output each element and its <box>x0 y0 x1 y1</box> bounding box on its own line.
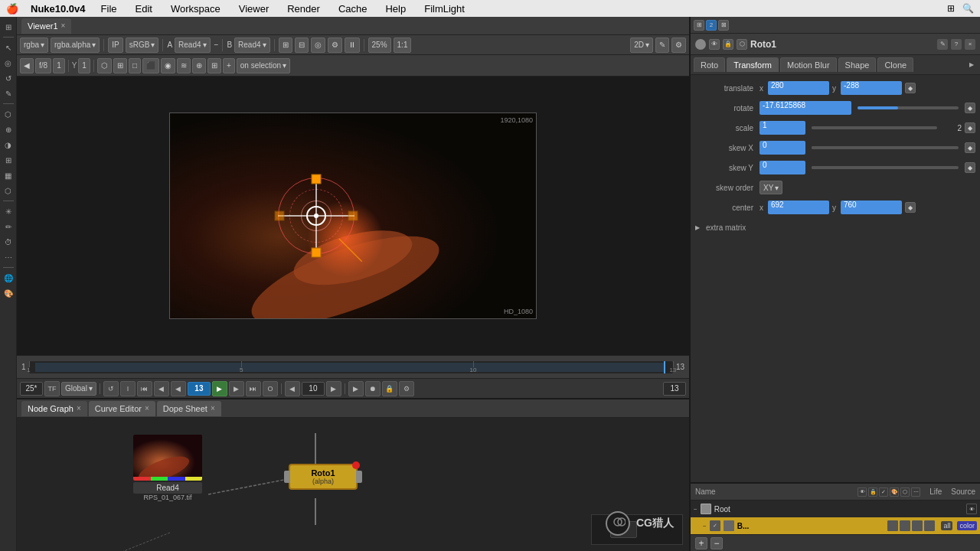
skip-fwd-btn[interactable]: ⏭ <box>246 381 261 396</box>
props-edit-btn[interactable]: ✎ <box>937 39 948 50</box>
tool-rotate[interactable]: ↺ <box>2 71 15 85</box>
tool-particles[interactable]: ✳ <box>2 204 15 218</box>
viewer-icon4[interactable]: ⚙ <box>328 37 342 53</box>
layer-more-btn[interactable]: ⋯ <box>911 487 920 497</box>
viewer-pause[interactable]: ⏸ <box>345 37 360 53</box>
tool-select[interactable]: ⊞ <box>2 20 15 34</box>
tab-node-graph[interactable]: Node Graph × <box>21 401 87 416</box>
view-mode-select[interactable]: 2D ▾ <box>630 37 653 53</box>
menu-render[interactable]: Render <box>284 2 323 16</box>
node-graph[interactable]: Read4 RPS_01_067.tif Roto1 (alpha) <box>17 418 689 551</box>
roto-gizmo[interactable] <box>270 170 362 262</box>
zoom-level[interactable]: 25* <box>20 382 43 396</box>
step-back-btn[interactable]: ◀ <box>154 381 169 396</box>
translate-key-btn[interactable]: ◆ <box>905 83 916 93</box>
b-btn1[interactable] <box>887 520 898 531</box>
center-key-btn[interactable]: ◆ <box>905 202 916 213</box>
out-point-btn[interactable]: O <box>263 381 278 396</box>
tool-icon9[interactable]: + <box>223 58 235 73</box>
on-selection-dropdown[interactable]: on selection ▾ <box>237 58 290 73</box>
frame-num[interactable]: 1 <box>53 58 65 73</box>
tool-3d[interactable]: ⬡ <box>2 184 15 197</box>
skew-x-field[interactable]: 0 <box>760 141 805 155</box>
global-select[interactable]: Global ▾ <box>61 382 96 396</box>
back-btn[interactable]: ◀ <box>171 381 186 396</box>
viewer-canvas-area[interactable]: 1920,1080 HD_1080 <box>17 77 689 355</box>
view-settings[interactable]: ⚙ <box>671 37 686 53</box>
scale-field[interactable]: 1 <box>760 121 805 135</box>
translate-x-field[interactable]: 280 <box>768 81 829 95</box>
tool-draw[interactable]: ✏ <box>2 220 15 233</box>
viewer1-tab[interactable]: Viewer1 × <box>21 18 71 34</box>
fwd-10-btn[interactable]: ▶ <box>326 381 341 396</box>
skew-y-key-btn[interactable]: ◆ <box>965 162 975 173</box>
ip-button[interactable]: IP <box>108 37 122 53</box>
b-btn3[interactable] <box>912 520 923 531</box>
tool-icon1[interactable]: ⬡ <box>97 58 112 73</box>
tab-motion-blur[interactable]: Motion Blur <box>780 57 837 72</box>
props-close-btn[interactable]: × <box>965 39 975 50</box>
a-node-select[interactable]: Read4 ▾ <box>175 37 210 53</box>
tool-merge[interactable]: ⊕ <box>2 122 15 136</box>
skew-x-key-btn[interactable]: ◆ <box>965 142 975 153</box>
translate-y-field[interactable]: -288 <box>841 81 902 95</box>
fwd-btn[interactable]: ▶ <box>229 381 244 396</box>
rotate-slider[interactable] <box>858 106 959 109</box>
b-checkbox[interactable]: ✓ <box>710 520 720 531</box>
remove-layer-btn[interactable]: − <box>710 537 723 549</box>
color-space-select[interactable]: sRGB ▾ <box>126 37 159 53</box>
layer-eye-btn[interactable]: 👁 <box>858 487 867 497</box>
tab-transform[interactable]: Transform <box>727 57 779 72</box>
tool-roto[interactable]: ✎ <box>2 86 15 100</box>
tab-curve-editor[interactable]: Curve Editor × <box>89 401 155 416</box>
props-color-swatch[interactable] <box>695 39 706 50</box>
menu-filmlight[interactable]: FilmLight <box>421 2 468 16</box>
layer-check-btn[interactable]: ✓ <box>879 487 888 497</box>
layer-b-row[interactable]: − ✓ B... all color <box>691 517 980 534</box>
ratio-field[interactable]: 1:1 <box>394 37 412 53</box>
tool-icon6[interactable]: ≋ <box>177 58 191 73</box>
menu-viewer[interactable]: Viewer <box>236 2 273 16</box>
tool-palette[interactable]: 🎨 <box>2 286 15 300</box>
root-eye-btn[interactable]: 👁 <box>966 504 977 514</box>
props-panel-btn2[interactable]: 2 <box>706 20 717 31</box>
tool-color[interactable]: ◑ <box>2 138 15 152</box>
tf-button[interactable]: TF <box>44 381 60 396</box>
skew-y-field[interactable]: 0 <box>760 161 805 174</box>
roto1-node[interactable]: Roto1 (alpha) <box>289 464 358 490</box>
skip-frames-field[interactable]: 10 <box>302 382 325 396</box>
viewer-icon2[interactable]: ⊟ <box>295 37 309 53</box>
tab-dope-sheet[interactable]: Dope Sheet × <box>157 401 221 416</box>
tool-icon3[interactable]: □ <box>129 58 141 73</box>
channel-select[interactable]: rgba ▾ <box>20 37 48 53</box>
settings-btn[interactable]: ⚙ <box>399 381 414 396</box>
viewer-icon3[interactable]: ◎ <box>311 37 325 53</box>
read4-node[interactable]: Read4 RPS_01_067.tif <box>132 433 204 503</box>
props-eye-btn[interactable]: 👁 <box>709 39 720 50</box>
back-10-btn[interactable]: ◀ <box>285 381 300 396</box>
tab-dope-sheet-close[interactable]: × <box>211 404 215 412</box>
menu-file[interactable]: File <box>98 2 120 16</box>
center-x-field[interactable]: 692 <box>768 201 829 214</box>
add-layer-btn[interactable]: + <box>695 537 707 549</box>
tool-transform[interactable]: ⊞ <box>2 153 15 167</box>
search-icon[interactable]: 🔍 <box>962 3 974 14</box>
rotate-field[interactable]: -17.6125868 <box>760 101 851 115</box>
b-btn4[interactable] <box>924 520 935 531</box>
props-lock-btn[interactable]: 🔒 <box>723 39 733 50</box>
scale-key-btn[interactable]: ◆ <box>965 122 975 133</box>
tool-time[interactable]: ⏱ <box>2 235 15 249</box>
zoom-field[interactable]: 25% <box>368 37 391 53</box>
menu-help[interactable]: Help <box>382 2 409 16</box>
tool-icon2[interactable]: ⊞ <box>113 58 127 73</box>
play-btn[interactable]: ▶ <box>212 381 227 396</box>
skip-back-btn[interactable]: ⏮ <box>137 381 152 396</box>
tool-arrow[interactable]: ↖ <box>2 41 15 54</box>
tool-icon7[interactable]: ⊕ <box>192 58 206 73</box>
record-btn[interactable]: ⏺ <box>365 381 381 396</box>
timeline-playhead[interactable] <box>664 361 665 373</box>
menu-workspace[interactable]: Workspace <box>168 2 224 16</box>
menu-edit[interactable]: Edit <box>132 2 155 16</box>
props-node-btn[interactable]: ⬡ <box>737 39 747 50</box>
layer-lock-btn[interactable]: 🔒 <box>868 487 877 497</box>
